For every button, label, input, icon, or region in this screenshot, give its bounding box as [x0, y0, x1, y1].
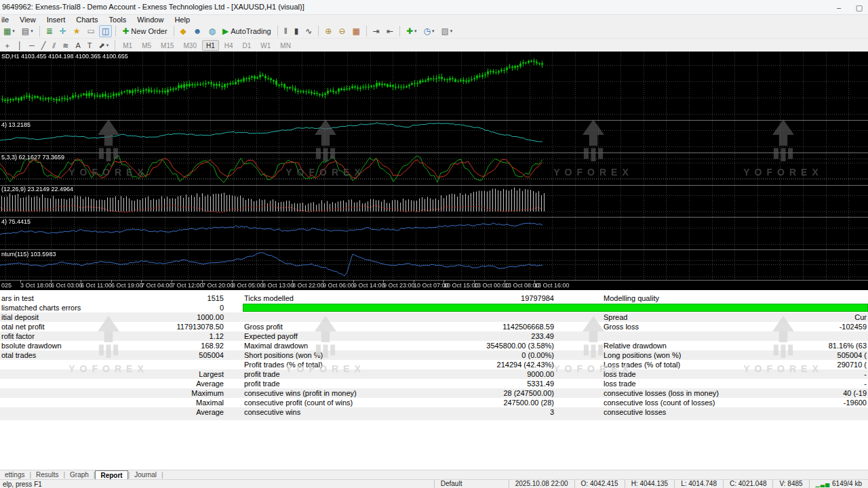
report-cell: consecutive loss (count of losses) — [604, 398, 785, 407]
chart-shift-icon: ⇤ — [387, 26, 393, 37]
crosshair-tool[interactable]: ＋ — [1, 39, 14, 52]
status-close: C: 4021.048 — [723, 480, 773, 488]
arrows-tool-icon: ⬈ — [99, 40, 105, 51]
tab-journal[interactable]: Journal — [130, 470, 161, 479]
arrows-tool[interactable]: ⬈▾ — [96, 39, 112, 52]
profiles-button[interactable]: ▤▾ — [19, 25, 36, 37]
timeframe-m1[interactable]: M1 — [119, 40, 136, 51]
time-axis-label: 6 Oct 03:00 — [51, 282, 83, 289]
timeframe-h1[interactable]: H1 — [202, 40, 219, 51]
timeframe-h4[interactable]: H4 — [220, 40, 237, 51]
periods-button[interactable]: ◷▾ — [420, 25, 437, 37]
toolbar-charts: ＋│─╱⫽≋AT⬈▾M1M5M15M30H1H4D1W1MN — [0, 39, 868, 52]
report-cell: 0 (0.00%) — [434, 350, 554, 360]
indicator-pane-label: 4) 75.4415 — [1, 218, 31, 225]
time-axis-label: 13 Oct 16:00 — [534, 282, 570, 289]
text-tool[interactable]: A — [73, 39, 83, 52]
time-axis-label: 10 Oct 15:00 — [443, 282, 479, 289]
templates-button[interactable]: ▧▾ — [438, 25, 455, 37]
menu-help[interactable]: Help — [169, 16, 195, 24]
report-row: bsolute drawdown168.92Maximal drawdown35… — [0, 341, 868, 350]
report-cell: -102459 — [785, 322, 867, 331]
menu-tools[interactable]: Tools — [104, 16, 132, 24]
chart-area[interactable]: SD,H1 4103.455 4104.198 4100.365 4100.65… — [0, 52, 868, 290]
candlestick-chart-button[interactable]: ▮ — [292, 25, 302, 37]
text-label-tool[interactable]: T — [85, 39, 95, 52]
new-chart-icon: ▦ — [3, 26, 11, 37]
title-bar: 9649962: Exness-Trial8 - Demo Account - … — [0, 0, 868, 15]
report-cell: consecutive losses — [604, 407, 785, 417]
tab-graph[interactable]: Graph — [65, 470, 94, 479]
autotrading-button[interactable]: ▶AutoTrading — [220, 25, 274, 37]
time-axis-label: 3 Oct 18:00 — [20, 282, 52, 289]
templates-icon: ▧ — [441, 26, 448, 37]
vertical-line-tool[interactable]: │ — [15, 39, 25, 52]
report-row: otal net profit117913078.50Gross profit1… — [0, 322, 868, 331]
fibonacci-tool[interactable]: ≋ — [60, 39, 71, 52]
timeframe-m15[interactable]: M15 — [157, 40, 178, 51]
zoom-out-button[interactable]: ⊖ — [336, 25, 348, 37]
report-cell: 3545800.00 (3.58%) — [434, 341, 554, 350]
data-window-button[interactable]: ✛ — [57, 25, 69, 37]
status-time: 2025.10.08 22:00 — [509, 480, 574, 488]
dropdown-caret-icon: ▾ — [414, 28, 417, 34]
tab-ettings[interactable]: ettings — [0, 470, 29, 479]
report-cell: consecutive losses (loss in money) — [604, 388, 785, 398]
status-bar: elp, press F1 Default2025.10.08 22:00O: … — [0, 479, 868, 488]
navigator-button[interactable]: ★ — [71, 25, 83, 37]
report-cell: profit trade — [244, 369, 434, 379]
line-chart-button[interactable]: ∿ — [302, 25, 315, 37]
tile-windows-button[interactable]: ▦ — [349, 25, 362, 37]
maximize-button[interactable]: ▢ — [849, 1, 868, 14]
indicators-icon: ✚ — [406, 26, 413, 37]
status-high: H: 4044.135 — [625, 480, 675, 488]
community-button[interactable]: ☻ — [191, 25, 205, 37]
strategy-tester-icon: ◫ — [102, 26, 109, 37]
terminal-button[interactable]: ▭ — [85, 25, 98, 37]
tab-report[interactable]: Report — [95, 470, 127, 479]
timeframe-m5[interactable]: M5 — [138, 40, 155, 51]
help-globe-button[interactable]: ◍ — [205, 25, 218, 37]
tab-results[interactable]: Results — [31, 470, 63, 479]
new-order-icon: ✚ — [122, 26, 129, 37]
bar-chart-button[interactable]: ‖ — [281, 25, 290, 37]
expert-advisors-button[interactable]: ◆ — [178, 25, 189, 37]
timeframe-w1[interactable]: W1 — [256, 40, 275, 51]
chart-shift-button[interactable]: ⇤ — [384, 25, 396, 37]
menu-view[interactable]: View — [14, 16, 41, 24]
menu-window[interactable]: Window — [132, 16, 169, 24]
price-chart-canvas[interactable] — [0, 52, 868, 290]
new-chart-button[interactable]: ▦▾ — [1, 25, 18, 37]
report-cell: consecutive profit (count of wins) — [244, 398, 434, 407]
report-row: Maximumconsecutive wins (profit in money… — [0, 388, 868, 398]
toolbar-separator — [277, 26, 278, 37]
new-order-button[interactable]: ✚New Order — [119, 25, 170, 37]
timeframe-m30[interactable]: M30 — [180, 40, 201, 51]
text-tool-icon: A — [75, 40, 80, 51]
application-window: 9649962: Exness-Trial8 - Demo Account - … — [0, 0, 868, 488]
timeframe-mn[interactable]: MN — [276, 40, 295, 51]
indicators-button[interactable]: ✚▾ — [403, 25, 420, 37]
report-cell: 28 (247500.00) — [434, 388, 554, 398]
horizontal-line-tool[interactable]: ─ — [26, 39, 37, 52]
report-cell: Loss trades (% of total) — [604, 360, 785, 369]
menu-charts[interactable]: Charts — [71, 16, 103, 24]
strategy-tester-button[interactable]: ◫ — [99, 25, 112, 37]
menu-bar: ileViewInsertChartsToolsWindowHelp — [0, 15, 868, 24]
report-cell: Ticks modelled — [244, 293, 434, 303]
time-axis-label: 6 Oct 11:00 — [81, 282, 112, 289]
channel-tool[interactable]: ⫽ — [50, 39, 58, 52]
market-watch-button[interactable]: ≣ — [43, 25, 56, 37]
candlestick-chart-icon: ▮ — [294, 26, 299, 37]
report-cell: 505004 ( — [785, 350, 867, 360]
minimize-button[interactable]: – — [829, 1, 849, 14]
time-axis-label: 025 — [1, 282, 12, 289]
menu-insert[interactable]: Insert — [41, 16, 71, 24]
zoom-in-button[interactable]: ⊕ — [322, 25, 334, 37]
menu-ile[interactable]: ile — [0, 16, 14, 24]
autotrading-button-label: AutoTrading — [231, 27, 271, 35]
timeframe-d1[interactable]: D1 — [239, 40, 256, 51]
trendline-tool[interactable]: ╱ — [39, 39, 49, 52]
expert-advisors-icon: ◆ — [180, 26, 186, 37]
auto-scroll-button[interactable]: ⇥ — [370, 25, 382, 37]
